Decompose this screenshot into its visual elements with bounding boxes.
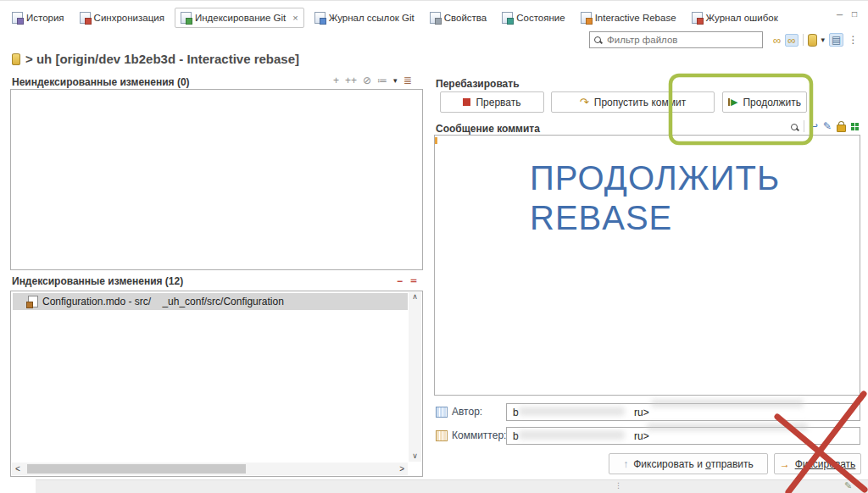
button-label: Фиксировать и отправить (633, 458, 754, 470)
push-icon: ↑ (623, 458, 628, 470)
committer-icon (436, 430, 448, 441)
quick-diff-marker (435, 137, 437, 144)
annotation-line: ПРОДОЛЖИТЬ (530, 158, 780, 198)
tab-git-reflog[interactable]: Журнал ссылок Git (309, 8, 420, 27)
presentation-icon[interactable]: ≔ (377, 75, 387, 86)
page-title: > uh [origin/dev 1b2eb3d - Interactive r… (25, 52, 299, 66)
minimize-icon[interactable]: ─ (837, 11, 843, 19)
unstaged-header: Неиндексированные изменения (0) (12, 76, 190, 88)
scroll-down-icon[interactable]: ∨ (412, 451, 418, 460)
file-filter (589, 31, 763, 48)
signed-off-icon[interactable] (837, 125, 846, 132)
repository-icon[interactable] (808, 34, 817, 47)
assume-unchanged-icon[interactable]: ⊘ (363, 75, 371, 86)
committer-value-end: ru> (634, 430, 649, 442)
view-toolbar-icons: ∞ ∞ ▾ ▤ ⋮ (773, 31, 858, 48)
committer-field[interactable]: b ru> (506, 427, 860, 445)
toolbar-separator (804, 120, 804, 132)
view-menu-icon[interactable]: ⋮ (848, 34, 858, 46)
redaction-blur (647, 423, 808, 431)
maximize-icon[interactable]: □ (852, 10, 857, 19)
switch-layout-icon[interactable]: ▤ (829, 33, 843, 47)
tab-label: Свойства (444, 13, 487, 23)
annotation-line: REBASE (530, 198, 780, 238)
file-filter-input[interactable] (605, 34, 758, 46)
redaction-blur (519, 430, 625, 440)
staged-toolbar: − ＝ (397, 274, 419, 288)
breadcrumb: > uh [origin/dev 1b2eb3d - Interactive r… (12, 52, 299, 66)
amend-icon[interactable]: ↩ (810, 120, 818, 132)
commit-button[interactable]: → Фиксировать (774, 453, 861, 474)
commit-icon: → (780, 458, 790, 470)
staged-list[interactable]: Configuration.mdo - src/ _uh_conf/src/Co… (10, 291, 423, 477)
tab-git-staging[interactable]: Индексирование Git × (175, 8, 304, 28)
sort-icon[interactable]: ≣ (403, 75, 412, 86)
skip-icon: ↷ (580, 96, 589, 108)
unstaged-toolbar: + ++ ⊘ ≔ ▾ ≣ (333, 75, 412, 86)
tab-properties[interactable]: Свойства (425, 8, 492, 27)
author-icon (436, 407, 448, 418)
stage-icon[interactable]: + (333, 75, 339, 86)
sign-commit-icon[interactable]: ✎ (823, 120, 832, 132)
scroll-up-icon[interactable]: ∧ (412, 292, 418, 301)
tab-label: Индексирование Git (195, 13, 286, 23)
stage-all-icon[interactable]: ++ (345, 75, 357, 86)
unstage-icon[interactable]: − (397, 275, 403, 287)
scrollbar-thumb[interactable] (27, 464, 246, 474)
redaction-blur (519, 407, 625, 416)
scroll-right-icon[interactable]: > (399, 464, 404, 474)
chevron-down-icon[interactable]: ▾ (821, 36, 826, 44)
staged-header: Индексированные изменения (12) (12, 275, 183, 287)
committer-label: Коммиттер: (452, 429, 506, 441)
abort-button[interactable]: Прервать (440, 91, 544, 113)
git-staging-view: ─ □ История Синхронизация Индексирование… (0, 0, 868, 493)
tab-label: Журнал ссылок Git (329, 13, 415, 23)
tab-error-log[interactable]: Журнал ошибок (687, 8, 783, 27)
status-bar (36, 479, 868, 493)
author-value-end: ru> (634, 407, 649, 418)
committer-value-start: b (513, 430, 519, 442)
staged-file-label: Configuration.mdo - src/ _uh_conf/src/Co… (42, 296, 284, 307)
abort-icon (463, 98, 470, 106)
skip-commit-button[interactable]: ↷ Пропустить коммит (551, 91, 715, 113)
toolbar-separator (803, 34, 804, 46)
reflog-icon (314, 12, 326, 24)
unstage-all-icon[interactable]: ＝ (409, 274, 419, 288)
preview-icon[interactable] (791, 124, 798, 131)
continue-button[interactable]: ▶ Продолжить (722, 91, 807, 113)
unstaged-list[interactable] (10, 89, 423, 270)
state-icon (502, 12, 513, 24)
tab-label: Журнал ошибок (706, 13, 778, 23)
link-with-editor-icon[interactable]: ∞ (785, 34, 798, 47)
commit-message-toolbar: ↩ ✎ (791, 120, 859, 132)
horizontal-scrollbar[interactable]: < > (12, 463, 408, 475)
rebase-header: Перебазировать (436, 78, 520, 90)
tab-label: Interactive Rebase (595, 13, 676, 23)
properties-icon (430, 12, 441, 24)
list-item[interactable]: Configuration.mdo - src/ _uh_conf/src/Co… (13, 293, 408, 310)
tab-label: Состояние (516, 13, 565, 23)
tab-synchronize[interactable]: Синхронизация (75, 8, 170, 27)
chevron-down-icon[interactable]: ▾ (393, 76, 398, 85)
tab-interactive-rebase[interactable]: Interactive Rebase (576, 8, 682, 27)
link-with-selection-icon[interactable]: ∞ (773, 35, 781, 46)
error-log-icon (692, 12, 703, 24)
commit-and-push-button[interactable]: ↑ Фиксировать и отправить (609, 453, 768, 474)
button-label: Фиксировать (795, 458, 856, 470)
search-icon (594, 36, 602, 44)
scroll-left-icon[interactable]: < (15, 464, 20, 474)
tab-label: История (26, 13, 64, 23)
committer-row: Коммиттер: (436, 429, 506, 441)
author-field[interactable]: b ru> (506, 403, 860, 421)
tab-history[interactable]: История (7, 8, 70, 27)
author-value-start: b (513, 407, 519, 418)
button-label: Прервать (476, 97, 520, 108)
button-label: Продолжить (743, 97, 801, 108)
close-tab-icon[interactable]: × (292, 13, 298, 23)
change-id-icon[interactable] (851, 123, 859, 130)
tab-state[interactable]: Состояние (497, 8, 570, 27)
vertical-scrollbar[interactable]: ∧ ∨ (409, 292, 421, 462)
annotation-big-text: ПРОДОЛЖИТЬ REBASE (530, 158, 780, 238)
file-icon (28, 296, 38, 307)
sync-icon (80, 12, 91, 24)
